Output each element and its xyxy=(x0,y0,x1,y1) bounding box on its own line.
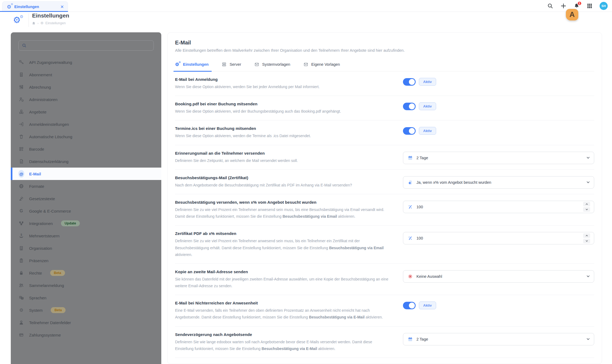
setting-text: Erinnerungsmail an die Teilnehmer versen… xyxy=(175,151,403,164)
setting-text: Zertifikat PDF ab x% mitsenden Definiere… xyxy=(175,231,403,258)
page-title: Einstellungen xyxy=(32,12,69,19)
sidebar-item-mehrwertsteuern[interactable]: $ Mehrwertsteuern xyxy=(11,230,161,242)
tab-server[interactable]: Server xyxy=(221,62,241,71)
server-icon xyxy=(221,62,227,67)
toggle-switch[interactable] xyxy=(403,78,416,86)
tab-eigene-vorlagen[interactable]: Eigene Vorlagen xyxy=(303,62,340,71)
toggle-switch[interactable] xyxy=(403,127,416,135)
sidebar-item-label: Datenschutzerklärung xyxy=(29,159,69,164)
plus-icon[interactable] xyxy=(560,3,567,9)
breadcrumb-gear-icon: ⚙ xyxy=(40,21,44,25)
tab-einstellungen[interactable]: ⚙⚙ Einstellungen xyxy=(175,62,208,71)
app-tab-einstellungen[interactable]: ⚙⚙ Einstellungen ✕ xyxy=(2,1,68,12)
tab-systemvorlagen[interactable]: Systemvorlagen xyxy=(254,62,290,71)
apps-grid-icon[interactable] xyxy=(587,3,593,9)
stepper-up-button[interactable] xyxy=(583,202,590,206)
setting-control: Aktiv xyxy=(403,301,594,321)
setting-control: 2 Tage xyxy=(403,151,594,164)
sidebar-item-administratoren[interactable]: Administratoren xyxy=(11,93,161,106)
building-icon xyxy=(18,245,24,251)
sidebar-item-label: Teilnehmer Datenfelder xyxy=(29,320,71,325)
sidebar-item-organisation[interactable]: Organisation xyxy=(11,242,161,254)
sidebar-item-system[interactable]: ⚙ System Beta xyxy=(11,304,161,316)
setting-row-kopie-an-zweite-mail-adresse-senden: Kopie an zweite Mail-Adresse senden Sie … xyxy=(175,264,594,295)
avatar[interactable]: SH xyxy=(600,2,608,10)
sidebar-item-sammelanmeldung[interactable]: Sammelanmeldung xyxy=(11,279,161,292)
sidebar-item-gesetzestexte[interactable]: Gesetzestexte xyxy=(11,192,161,205)
sidebar-item-integrationen[interactable]: Integrationen Update xyxy=(11,217,161,230)
sidebar-item-abonnement[interactable]: Abonnement xyxy=(11,68,161,81)
setting-description: Wenn Sie diese Option aktivieren, wird d… xyxy=(175,108,389,115)
sidebar-item-label: Abrechnung xyxy=(29,85,51,89)
sidebar-search[interactable] xyxy=(18,40,154,51)
app-window: ⚙⚙ Einstellungen ✕ 1 SH A ⚙⚙ Eins xyxy=(0,0,612,364)
chevron-down-icon xyxy=(586,156,590,160)
sidebar-item-formate[interactable]: Formate xyxy=(11,180,161,192)
percent-icon xyxy=(408,235,413,241)
number-input[interactable]: 100 xyxy=(403,201,594,213)
setting-description: Wenn Sie diese Option aktivieren, werden… xyxy=(175,133,389,139)
sidebar-item-automatische-l-schung[interactable]: Automatische Löschung xyxy=(11,130,161,143)
sidebar-item-label: Organisation xyxy=(29,246,52,251)
svg-text:Z: Z xyxy=(22,297,23,299)
close-icon[interactable]: ✕ xyxy=(60,4,64,9)
email-settings-tabs: ⚙⚙ Einstellungen Server Systemvorlagen E… xyxy=(175,62,594,71)
sidebar-item-anmeldeeinstellungen[interactable]: Anmeldeeinstellungen xyxy=(11,118,161,130)
sidebar-item-abrechnung[interactable]: Abrechnung xyxy=(11,81,161,93)
number-input[interactable]: 100 xyxy=(403,232,594,244)
sidebar-item-e-mail[interactable]: @ E-Mail xyxy=(11,168,161,180)
setting-row-e-mail-bei-anmeldung: E-Mail bei Anmeldung Wenn Sie diese Opti… xyxy=(175,71,594,96)
status-badge: Aktiv xyxy=(419,127,436,135)
lock-icon xyxy=(18,270,24,276)
select-2-tage[interactable]: 2 Tage xyxy=(403,152,594,164)
sidebar-item-teilnehmer-datenfelder[interactable]: Teilnehmer Datenfelder xyxy=(11,316,161,329)
setting-description: Sie können das Datenfeld mit der jeweili… xyxy=(175,276,389,289)
setting-title: Zertifikat PDF ab x% mitsenden xyxy=(175,231,389,236)
sidebar-item-sprachen[interactable]: AZ Sprachen xyxy=(11,292,161,304)
sidebar-item-zahlungssysteme[interactable]: Zahlungssysteme xyxy=(11,329,161,341)
stepper-down-button[interactable] xyxy=(583,239,590,243)
home-icon[interactable] xyxy=(32,21,36,25)
toggle-switch[interactable] xyxy=(403,103,416,110)
status-badge: Aktiv xyxy=(419,301,436,309)
google-icon: G xyxy=(18,208,24,214)
settings-gears-icon: ⚙⚙ xyxy=(7,4,11,9)
select-keine-auswahl[interactable]: Keine Auswahl xyxy=(403,270,594,283)
setting-text: E-Mail bei Anmeldung Wenn Sie diese Opti… xyxy=(175,77,403,90)
sidebar-item-label: Mehrwertsteuern xyxy=(29,234,60,238)
select-2-tage[interactable]: 2 Tage xyxy=(403,333,594,345)
stepper-up-button[interactable] xyxy=(583,233,590,238)
sidebar-item-label: Integrationen xyxy=(29,221,53,226)
setting-row-erinnerungsmail-an-die-teilnehmer-versenden: Erinnerungsmail an die Teilnehmer versen… xyxy=(175,145,594,170)
gears-icon: ⚙⚙ xyxy=(175,62,180,67)
sidebar-item-rechte[interactable]: Rechte Beta xyxy=(11,267,161,279)
select-ja-wenn-x-vom-angebot-besucht-wurden[interactable]: Ja, wenn x% vom Angebot besucht wurden xyxy=(403,176,594,189)
setting-text: Besuchsbestätigungs-Mail (Zertifikat) Na… xyxy=(175,175,403,189)
sidebar-item-barcode[interactable]: Barcode xyxy=(11,143,161,155)
sidebar-item-label: Formate xyxy=(29,184,44,189)
key-icon xyxy=(18,60,24,65)
breadcrumb-chevron-icon: › xyxy=(37,22,39,25)
stepper-down-button[interactable] xyxy=(583,207,590,212)
search-icon[interactable] xyxy=(547,3,553,9)
sidebar-search-input[interactable] xyxy=(29,43,150,48)
setting-title: E-Mail bei Nichterreichen der Anwesenhei… xyxy=(175,301,389,305)
sidebar-item-api-zugangsverwaltung[interactable]: API Zugangsverwaltung xyxy=(11,56,161,68)
sidebar-item-pr-senzen[interactable]: Präsenzen xyxy=(11,254,161,267)
sidebar-item-datenschutzerkl-rung[interactable]: Datenschutzerklärung xyxy=(11,155,161,168)
translate-icon: AZ xyxy=(18,295,24,300)
select-value: 2 Tage xyxy=(416,156,428,160)
svg-text:⚙: ⚙ xyxy=(19,307,23,313)
tab-label: Eigene Vorlagen xyxy=(311,62,340,67)
mail-template-icon xyxy=(254,62,259,67)
settings-rows: E-Mail bei Anmeldung Wenn Sie diese Opti… xyxy=(175,71,594,364)
setting-row-termine-ics-bei-einer-buchung-mitsenden: Termine.ics bei einer Buchung mitsenden … xyxy=(175,120,594,145)
sidebar-item-label: Barcode xyxy=(29,147,44,151)
toggle-switch[interactable] xyxy=(403,302,416,309)
sidebar-item-label: Automatische Löschung xyxy=(29,134,72,139)
breadcrumb-item[interactable]: Einstellungen xyxy=(45,21,66,25)
bell-icon[interactable]: 1 xyxy=(574,3,580,9)
sidebar-item-angebote[interactable]: Angebote xyxy=(11,106,161,118)
sidebar-item-google-e-commerce[interactable]: G Google & E-Commerce xyxy=(11,205,161,217)
status-badge: Aktiv xyxy=(419,102,436,110)
